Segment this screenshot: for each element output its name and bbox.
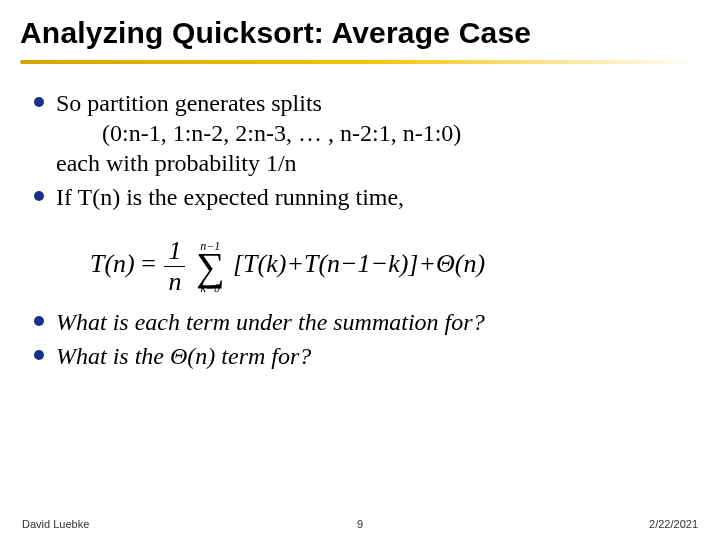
bullet-item: What is the Θ(n) term for? bbox=[30, 341, 690, 371]
bullet-item: So partition generates splits (0:n-1, 1:… bbox=[30, 88, 690, 178]
slide-footer: David Luebke 9 2/22/2021 bbox=[0, 518, 720, 530]
eq-summation: n−1 ∑ k=0 bbox=[196, 240, 225, 294]
bullet-text: If T(n) is the expected running time, bbox=[56, 184, 404, 210]
eq-equals: = bbox=[141, 249, 156, 278]
sigma-icon: ∑ bbox=[196, 250, 225, 284]
footer-page-number: 9 bbox=[357, 518, 363, 530]
eq-fraction: 1 n bbox=[164, 236, 185, 297]
bullet-text: So partition generates splits bbox=[56, 90, 322, 116]
bullet-item: What is each term under the summation fo… bbox=[30, 307, 690, 337]
bullet-text: What is each term under the summation fo… bbox=[56, 309, 485, 335]
bullet-group-2: What is each term under the summation fo… bbox=[30, 307, 690, 371]
bullet-item: If T(n) is the expected running time, bbox=[30, 182, 690, 212]
bullet-icon bbox=[34, 350, 44, 360]
bullet-subline: each with probability 1/n bbox=[56, 150, 297, 176]
bullet-group-1: So partition generates splits (0:n-1, 1:… bbox=[30, 88, 690, 212]
eq-body: [T(k)+T(n−1−k)]+Θ(n) bbox=[233, 249, 485, 278]
bullet-icon bbox=[34, 97, 44, 107]
equation: T(n) = 1 n n−1 ∑ k=0 [T(k)+T(n−1−k)]+Θ(n… bbox=[30, 226, 690, 307]
bullet-icon bbox=[34, 316, 44, 326]
bullet-icon bbox=[34, 191, 44, 201]
title-rule bbox=[20, 60, 700, 64]
bullet-subline: (0:n-1, 1:n-2, 2:n-3, … , n-2:1, n-1:0) bbox=[56, 118, 690, 148]
footer-date: 2/22/2021 bbox=[649, 518, 698, 530]
footer-author: David Luebke bbox=[22, 518, 89, 530]
eq-frac-num: 1 bbox=[164, 236, 185, 267]
slide-body: So partition generates splits (0:n-1, 1:… bbox=[0, 72, 720, 371]
bullet-text: What is the Θ(n) term for? bbox=[56, 343, 311, 369]
eq-frac-den: n bbox=[164, 267, 185, 297]
eq-lhs: T(n) bbox=[90, 249, 135, 278]
slide-title: Analyzing Quicksort: Average Case bbox=[0, 0, 720, 60]
